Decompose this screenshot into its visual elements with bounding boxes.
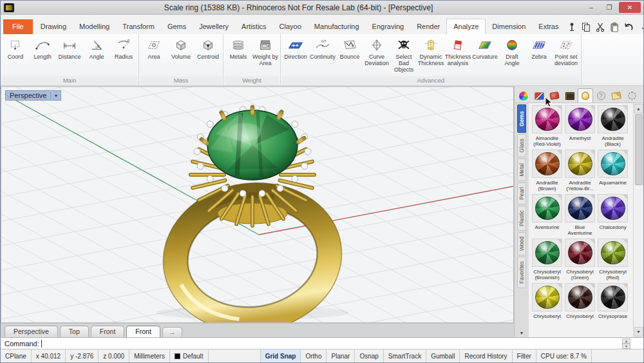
side-tab-favorites[interactable]: Favorites	[517, 257, 526, 288]
gem-item-aventurine[interactable]: Aventurine	[531, 194, 564, 236]
gem-swatch[interactable]	[532, 239, 562, 267]
ribbon-button-area[interactable]: Area	[140, 36, 167, 61]
spinner-up-icon[interactable]: ▲	[622, 338, 630, 344]
menu-tab-analyze[interactable]: Analyze	[446, 19, 486, 34]
status-toggle-gumball[interactable]: Gumball	[426, 349, 460, 362]
gem-item-chrysoberyl-green[interactable]: Chrysoberyl (Green)	[564, 239, 596, 280]
spinner-down-icon[interactable]: ▼	[622, 344, 630, 349]
panel-top-tab-color-wheel[interactable]	[516, 88, 531, 103]
status-toggle-record-history[interactable]: Record History	[460, 349, 512, 362]
scrollbar-thumb[interactable]	[635, 114, 643, 185]
viewport-tab-front[interactable]: Front	[126, 326, 160, 337]
status-toggle-osnap[interactable]: Osnap	[355, 349, 383, 362]
viewport-title-dropdown[interactable]: Perspective ▼	[5, 90, 61, 101]
gem-item-amethyst[interactable]: Amethyst	[564, 105, 596, 147]
menu-tab-dimension[interactable]: Dimension	[486, 19, 532, 34]
menu-tab-extras[interactable]: Extras	[532, 19, 565, 34]
ribbon-button-angle[interactable]: αAngle	[83, 36, 110, 61]
menu-tab-engraving[interactable]: Engraving	[366, 19, 411, 34]
copy-icon[interactable]	[580, 21, 592, 33]
menu-tab-jewellery[interactable]: Jewellery	[193, 19, 235, 34]
ribbon-button-continuity[interactable]: G?Continuity	[309, 36, 336, 61]
gem-swatch[interactable]	[598, 283, 628, 311]
viewport-perspective[interactable]: Perspective ▼	[1, 86, 514, 323]
command-line[interactable]: Command: ▲ ▼	[1, 337, 643, 349]
gem-swatch[interactable]	[598, 194, 628, 222]
ribbon-button-bounce[interactable]: Bounce	[336, 36, 363, 61]
gem-item-andradite-yellow-br[interactable]: Andradite (Yellow-Br...	[564, 150, 596, 191]
pin-icon[interactable]	[565, 21, 578, 33]
gem-item-chrysoberyl-red[interactable]: Chrysoberyl (Red)	[596, 239, 629, 280]
ribbon-button-zebra[interactable]: Zebra	[526, 36, 553, 61]
menu-tab-artistics[interactable]: Artistics	[235, 19, 273, 34]
side-tab-plastic[interactable]: Plastic	[517, 206, 526, 231]
menu-tab-transform[interactable]: Transform	[116, 19, 161, 34]
panel-top-tab-gem-lamp[interactable]	[578, 88, 593, 103]
gem-item-aquamarine[interactable]: Aquamarine	[596, 150, 629, 191]
scroll-up-icon[interactable]: ▲	[634, 104, 643, 113]
gem-swatch[interactable]	[565, 239, 595, 267]
gem-item-andradite-black[interactable]: Andradite (Black)	[596, 105, 629, 147]
ribbon-button-length[interactable]: Length	[29, 36, 56, 61]
ribbon-button-select-bad-objects[interactable]: Select Bad Objects	[390, 36, 417, 74]
gem-swatch[interactable]	[565, 283, 595, 311]
ribbon-button-point-set-deviation[interactable]: Point set deviation	[553, 36, 580, 67]
minimize-button[interactable]: –	[583, 2, 600, 13]
gem-swatch[interactable]	[565, 105, 595, 133]
viewport-tab-front[interactable]: Front	[91, 326, 125, 337]
viewport-tab-top[interactable]: Top	[60, 326, 89, 337]
status-toggle-planar[interactable]: Planar	[327, 349, 355, 362]
ribbon-button-metals[interactable]: Metals	[225, 36, 252, 61]
status-toggle-ortho[interactable]: Ortho	[301, 349, 327, 362]
chevron-down-icon[interactable]: ▼	[50, 92, 61, 99]
gem-item-chalcedony[interactable]: Chalcedony	[596, 194, 629, 236]
cut-icon[interactable]	[594, 21, 607, 33]
ribbon-button-volume[interactable]: Volume	[167, 36, 194, 61]
maximize-button[interactable]: ❐	[601, 2, 618, 13]
panel-top-tab-settings[interactable]	[624, 88, 639, 103]
status-readout-cplane[interactable]: CPlane	[1, 349, 32, 362]
menu-tab-render[interactable]: Render	[410, 19, 446, 34]
paste-icon[interactable]	[608, 21, 621, 33]
panel-scrollbar[interactable]: ▲ ▼	[633, 103, 643, 337]
status-layer[interactable]: Default	[170, 349, 209, 362]
ribbon-button-draft-angle[interactable]: Draft Angle	[498, 36, 526, 67]
menu-tab-gems[interactable]: Gems	[161, 19, 193, 34]
status-toggle-smarttrack[interactable]: SmartTrack	[384, 349, 426, 362]
status-toggle-grid-snap[interactable]: Grid Snap	[261, 349, 301, 362]
side-tabs-more-icon[interactable]: ▼	[520, 331, 524, 335]
gem-swatch[interactable]	[598, 105, 628, 133]
gem-item-blue-aventurine[interactable]: Blue Aventurine	[564, 194, 596, 236]
ribbon-button-curvature[interactable]: Curvature	[471, 36, 498, 61]
gem-item-chrysoberyl[interactable]: Chrysoberyl	[531, 283, 564, 325]
ribbon-button-curve-deviation[interactable]: Curve Deviation	[363, 36, 390, 67]
panel-top-tab-notes[interactable]	[609, 88, 624, 103]
ribbon-button-radius[interactable]: RRadius	[110, 36, 137, 61]
ribbon-button-thickness-analysis[interactable]: Thickness analysis	[444, 36, 471, 67]
ribbon-button-coord[interactable]: Coord	[2, 36, 29, 61]
gem-swatch[interactable]	[598, 239, 628, 267]
menu-tab-manufacturing[interactable]: Manufacturing	[308, 19, 366, 34]
menu-tab-drawing[interactable]: Drawing	[34, 19, 73, 34]
side-tab-pearl[interactable]: Pearl	[517, 182, 526, 204]
menu-tab-clayoo[interactable]: Clayoo	[273, 19, 308, 34]
side-tab-gems[interactable]: Gems	[517, 104, 526, 133]
panel-top-tab-texture[interactable]	[562, 88, 578, 103]
gem-swatch[interactable]	[532, 283, 562, 311]
gem-swatch[interactable]	[532, 150, 562, 178]
menu-tab-modelling[interactable]: Modelling	[73, 19, 116, 34]
gem-swatch[interactable]	[565, 150, 595, 178]
panel-top-tab-help-circle[interactable]: ?	[593, 88, 609, 103]
gem-swatch[interactable]	[598, 150, 628, 178]
scroll-down-icon[interactable]: ▼	[634, 327, 643, 337]
ribbon-button-distance[interactable]: Distance	[56, 36, 83, 61]
gem-item-almandite-red-violet[interactable]: Almandite (Red-Violet)	[531, 105, 564, 147]
gem-swatch[interactable]	[565, 194, 595, 222]
ribbon-button-direction[interactable]: Direction	[282, 36, 309, 61]
gem-swatch[interactable]	[532, 194, 562, 222]
side-tab-glass[interactable]: Glass	[517, 134, 526, 157]
undo-icon[interactable]	[622, 21, 635, 33]
side-tab-wood[interactable]: Wood	[517, 232, 526, 255]
ribbon-button-dynamic-thickness[interactable]: Dynamic Thickness	[417, 36, 444, 67]
viewport-tab-perspective[interactable]: Perspective	[5, 326, 58, 337]
